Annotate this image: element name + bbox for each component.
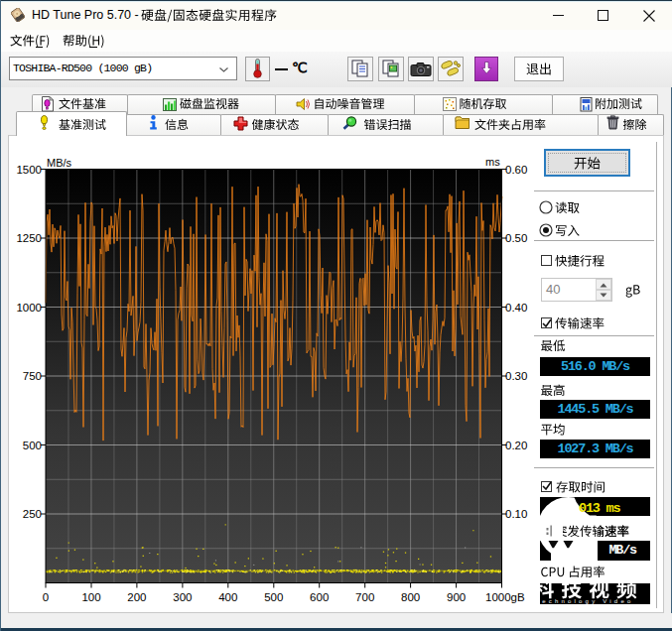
svg-text:013 ms: 013 ms xyxy=(579,501,621,516)
